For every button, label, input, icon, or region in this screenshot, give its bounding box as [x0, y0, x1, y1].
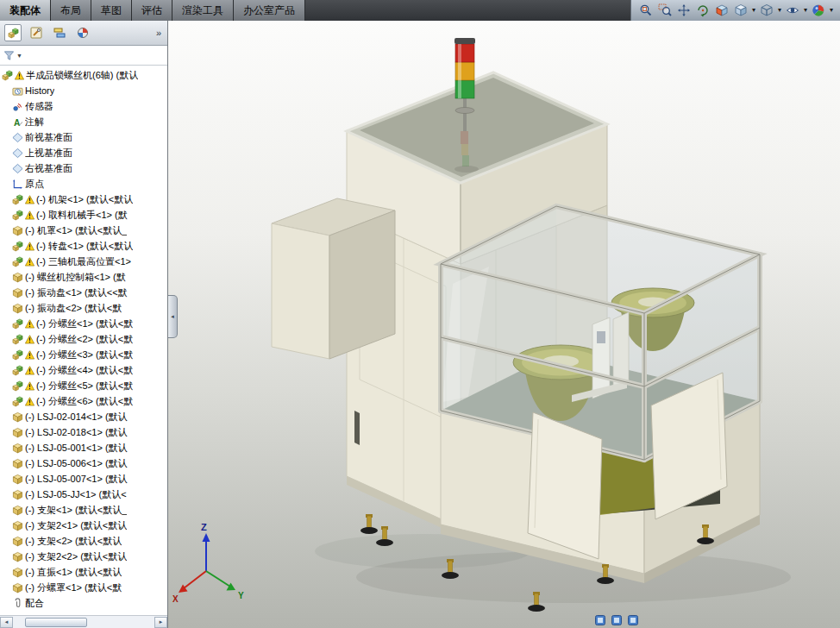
- filter-dropdown-caret[interactable]: ▼: [16, 53, 22, 59]
- warning-icon: [25, 350, 34, 360]
- tree-item[interactable]: (-) 机架<1> (默认<默认: [0, 192, 167, 207]
- hide-show-icon[interactable]: [785, 3, 800, 18]
- command-tab[interactable]: 草图: [91, 0, 132, 21]
- tree-item[interactable]: 原点: [0, 176, 167, 192]
- configurationmanager-tab-icon[interactable]: [51, 24, 68, 41]
- command-tab[interactable]: 布局: [51, 0, 91, 21]
- tree-item-label: (-) LSJ-05-001<1> (默认: [25, 442, 128, 455]
- tree-horizontal-scrollbar[interactable]: ◄ ►: [0, 615, 167, 628]
- tree-item[interactable]: (-) 转盘<1> (默认<默认: [0, 238, 167, 254]
- edit-appearance-icon[interactable]: [811, 3, 826, 18]
- tree-item[interactable]: (-) 三轴机最高位置<1>: [0, 254, 167, 269]
- tree-item-label: 上视基准面: [25, 147, 72, 160]
- tree-item[interactable]: (-) LSJ-02-014<1> (默认: [0, 409, 167, 424]
- triad-y-label: Y: [238, 591, 244, 600]
- filter-icon[interactable]: [3, 50, 15, 61]
- mates-icon: [12, 598, 23, 609]
- scroll-right-button[interactable]: ►: [154, 617, 167, 628]
- tree-filter-bar[interactable]: ▼: [0, 46, 167, 66]
- tree-item[interactable]: (-) 分螺丝<5> (默认<默: [0, 378, 167, 393]
- tree-item[interactable]: (-) 分螺丝<3> (默认<默: [0, 347, 167, 362]
- tree-item-label: (-) 分螺丝<1> (默认<默: [36, 317, 133, 330]
- zoom-fit-icon[interactable]: [638, 3, 654, 18]
- view-orientation-icon[interactable]: [733, 3, 749, 18]
- command-tab[interactable]: 办公室产品: [234, 0, 305, 21]
- rotate-view-icon[interactable]: [695, 3, 711, 18]
- view-toolbar: ▾▾▾▾: [630, 0, 840, 21]
- assembly-icon: [12, 365, 23, 376]
- section-view-icon[interactable]: [714, 3, 730, 18]
- command-tab[interactable]: 装配体: [0, 0, 51, 21]
- scrollbar-thumb[interactable]: [25, 618, 87, 627]
- tree-item[interactable]: (-) LSJ-05-JJ<1> (默认<: [0, 487, 167, 502]
- tree-item[interactable]: (-) 分螺丝<6> (默认<默: [0, 393, 167, 409]
- triad-x-label: X: [172, 594, 179, 604]
- plane-icon: [12, 163, 23, 174]
- graphics-viewport[interactable]: ◄ Z X Y: [168, 21, 840, 628]
- tree-item[interactable]: (-) 分螺丝<1> (默认<默: [0, 316, 167, 331]
- tree-item[interactable]: 右视基准面: [0, 160, 167, 176]
- part-icon: [12, 427, 23, 438]
- tree-item[interactable]: (-) LSJ-05-006<1> (默认: [0, 455, 167, 471]
- tree-item[interactable]: (-) 螺丝机控制箱<1> (默: [0, 269, 167, 285]
- machine-left-box[interactable]: [272, 198, 395, 359]
- pan-icon[interactable]: [676, 3, 692, 18]
- warning-icon: [25, 257, 34, 267]
- tree-item[interactable]: (-) 支架2<2> (默认<默认: [0, 549, 167, 564]
- assembly-icon: [2, 70, 13, 81]
- tree-item-label: (-) 机架<1> (默认<默认: [36, 193, 133, 206]
- dropdown-caret-icon[interactable]: ▾: [752, 3, 755, 18]
- tree-item[interactable]: (-) LSJ-02-018<1> (默认: [0, 424, 167, 440]
- tree-item[interactable]: 传感器: [0, 98, 167, 114]
- tree-item-label: 传感器: [25, 100, 53, 113]
- scrollbar-track[interactable]: [13, 617, 154, 628]
- tree-item[interactable]: 配合: [0, 595, 167, 611]
- tree-item[interactable]: 半成品锁螺丝机(6轴) (默认: [0, 67, 167, 83]
- reference-triad[interactable]: Z X Y: [172, 519, 266, 614]
- warning-icon: [15, 71, 24, 80]
- featuremanager-tab-icon[interactable]: [4, 24, 22, 41]
- warning-icon: [25, 195, 34, 204]
- part-icon: [12, 536, 23, 547]
- tree-item[interactable]: (-) 振动盘<1> (默认<<默: [0, 285, 167, 300]
- document-icon[interactable]: [611, 614, 623, 626]
- tree-item[interactable]: (-) 分螺丝<2> (默认<默: [0, 331, 167, 347]
- dropdown-caret-icon[interactable]: ▾: [804, 3, 807, 18]
- propertymanager-tab-icon[interactable]: [28, 24, 45, 41]
- tree-item[interactable]: (-) 支架<2> (默认<默认: [0, 533, 167, 549]
- tree-item[interactable]: 上视基准面: [0, 145, 167, 160]
- tree-item[interactable]: 前视基准面: [0, 129, 167, 145]
- panel-overflow-chevron[interactable]: »: [156, 28, 163, 38]
- document-icon[interactable]: [627, 614, 639, 626]
- command-tab[interactable]: 评估: [132, 0, 172, 21]
- tree-item[interactable]: (-) 支架2<1> (默认<默认: [0, 518, 167, 533]
- tree-item[interactable]: (-) LSJ-05-007<1> (默认: [0, 471, 167, 487]
- tree-item[interactable]: (-) 振动盘<2> (默认<默: [0, 300, 167, 316]
- command-tab[interactable]: 渲染工具: [172, 0, 234, 21]
- displaymanager-tab-icon[interactable]: [74, 24, 91, 41]
- tree-item[interactable]: (-) LSJ-05-001<1> (默认: [0, 440, 167, 455]
- tree-item[interactable]: (-) 取料机械手<1> (默: [0, 207, 167, 223]
- warning-icon: [25, 335, 34, 344]
- panel-splitter-handle[interactable]: ◄: [168, 295, 178, 338]
- tree-item[interactable]: (-) 机罩<1> (默认<默认_: [0, 223, 167, 238]
- tree-item[interactable]: (-) 分螺罩<1> (默认<默: [0, 580, 167, 595]
- command-bar: 装配体布局草图评估渲染工具办公室产品 ▾▾▾▾: [0, 0, 840, 21]
- tree-item[interactable]: (-) 支架<1> (默认<默认_: [0, 502, 167, 518]
- history-icon: [12, 85, 23, 97]
- dropdown-caret-icon[interactable]: ▾: [830, 3, 833, 18]
- display-style-icon[interactable]: [759, 3, 774, 18]
- tree-item-label: 半成品锁螺丝机(6轴) (默认: [26, 69, 138, 82]
- tree-item-label: (-) 分螺罩<1> (默认<默: [25, 581, 122, 594]
- tree-item[interactable]: (-) 直振<1> (默认<默认: [0, 564, 167, 580]
- dropdown-caret-icon[interactable]: ▾: [778, 3, 781, 18]
- document-icon[interactable]: [594, 614, 606, 626]
- model-3d[interactable]: [168, 21, 840, 628]
- scroll-left-button[interactable]: ◄: [0, 617, 13, 628]
- part-icon: [12, 582, 23, 593]
- tree-item[interactable]: A注解: [0, 114, 167, 129]
- tree-item[interactable]: History: [0, 83, 167, 98]
- tree-item[interactable]: (-) 分螺丝<4> (默认<默: [0, 362, 167, 378]
- assembly-icon: [12, 241, 23, 252]
- zoom-area-icon[interactable]: [657, 3, 673, 18]
